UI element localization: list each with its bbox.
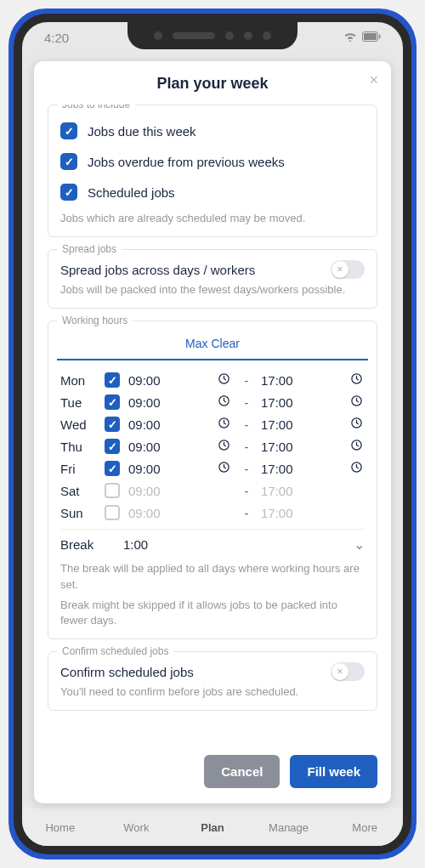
- day-checkbox[interactable]: [105, 417, 120, 432]
- nav-item-plan[interactable]: Plan: [174, 821, 251, 834]
- toggle-knob: ✕: [332, 663, 348, 680]
- clock-icon: [348, 417, 365, 432]
- jobs-section: Jobs to include Jobs due this weekJobs o…: [48, 105, 377, 237]
- end-time[interactable]: 17:00: [261, 417, 339, 432]
- spread-hint: Jobs will be packed into the fewest days…: [60, 279, 365, 299]
- day-row-wed: Wed09:00-17:00: [60, 413, 365, 435]
- section-legend: Jobs to include: [57, 105, 135, 111]
- jobs-hint: Jobs which are already scheduled may be …: [60, 207, 365, 228]
- end-time[interactable]: 17:00: [261, 440, 339, 454]
- phone-screen: 4:20 HomeWorkPlanManageMore Plan your we…: [14, 14, 411, 854]
- job-checkbox[interactable]: [60, 122, 77, 139]
- clock-icon: [215, 439, 232, 454]
- job-checkbox-label: Scheduled jobs: [88, 185, 175, 200]
- dash: -: [241, 506, 252, 520]
- start-time[interactable]: 09:00: [128, 440, 207, 454]
- clock-icon: [348, 394, 365, 410]
- nav-item-manage[interactable]: Manage: [251, 821, 327, 834]
- start-time[interactable]: 09:00: [128, 417, 207, 432]
- battery-icon: [362, 30, 381, 45]
- day-checkbox[interactable]: [105, 394, 120, 410]
- nav-item-work[interactable]: Work: [99, 821, 175, 834]
- job-checkbox-label: Jobs due this week: [88, 124, 196, 139]
- day-checkbox[interactable]: [105, 439, 120, 454]
- dash: -: [241, 417, 252, 432]
- dash: -: [241, 395, 252, 410]
- day-checkbox[interactable]: [105, 483, 120, 498]
- dash: -: [241, 373, 252, 388]
- day-name: Thu: [60, 440, 96, 454]
- modal-title: Plan your week: [34, 75, 391, 93]
- start-time[interactable]: 09:00: [128, 373, 207, 388]
- break-label: Break: [60, 537, 123, 552]
- job-checkbox[interactable]: [60, 184, 77, 201]
- start-time[interactable]: 09:00: [128, 462, 207, 476]
- confirm-label: Confirm scheduled jobs: [60, 665, 194, 679]
- day-name: Sun: [60, 506, 96, 520]
- dash: -: [241, 484, 252, 498]
- clock-icon: [348, 439, 365, 454]
- cancel-button[interactable]: Cancel: [204, 755, 280, 788]
- clock-icon: [348, 372, 365, 388]
- svg-rect-1: [364, 33, 377, 40]
- clock-icon: [215, 461, 232, 476]
- section-legend: Spread jobs: [57, 243, 122, 255]
- nav-item-more[interactable]: More: [326, 821, 403, 834]
- wifi-icon: [343, 30, 357, 45]
- worker-tab[interactable]: Max Clear: [57, 328, 368, 359]
- confirm-toggle[interactable]: ✕: [331, 662, 365, 681]
- day-row-fri: Fri09:00-17:00: [60, 457, 365, 479]
- status-time: 4:20: [44, 31, 69, 45]
- day-name: Fri: [60, 462, 96, 476]
- day-checkbox[interactable]: [105, 505, 120, 520]
- spread-section: Spread jobs Spread jobs across days / wo…: [48, 249, 377, 309]
- spread-label: Spread jobs across days / workers: [60, 263, 255, 277]
- spread-toggle[interactable]: ✕: [331, 260, 365, 279]
- end-time[interactable]: 17:00: [261, 373, 339, 388]
- job-option-row: Jobs due this week: [60, 116, 365, 146]
- phone-frame: 4:20 HomeWorkPlanManageMore Plan your we…: [8, 9, 416, 859]
- job-checkbox[interactable]: [60, 153, 77, 170]
- day-name: Tue: [60, 395, 96, 410]
- start-time[interactable]: 09:00: [128, 484, 207, 498]
- clock-icon: [215, 372, 232, 388]
- toggle-knob: ✕: [332, 261, 348, 278]
- bottom-nav: HomeWorkPlanManageMore: [22, 808, 403, 846]
- svg-rect-2: [379, 35, 381, 39]
- day-row-sun: Sun09:00-17:00: [60, 502, 365, 524]
- end-time[interactable]: 17:00: [261, 395, 339, 410]
- job-option-row: Scheduled jobs: [60, 177, 365, 207]
- start-time[interactable]: 09:00: [128, 506, 207, 520]
- break-hint-2: Break might be skipped if it allows jobs…: [60, 594, 365, 630]
- day-checkbox[interactable]: [105, 372, 120, 388]
- dash: -: [241, 462, 252, 476]
- day-row-mon: Mon09:00-17:00: [60, 369, 365, 391]
- chevron-down-icon[interactable]: ⌄: [354, 536, 365, 553]
- notch: [128, 22, 298, 49]
- section-legend: Confirm scheduled jobs: [57, 645, 173, 657]
- close-icon[interactable]: ✕: [369, 73, 379, 87]
- hours-section: Working hours Max Clear Mon09:00-17:00Tu…: [48, 321, 377, 639]
- confirm-section: Confirm scheduled jobs Confirm scheduled…: [48, 651, 377, 711]
- break-value[interactable]: 1:00: [123, 537, 354, 552]
- job-option-row: Jobs overdue from previous weeks: [60, 146, 365, 177]
- break-hint-1: The break will be applied to all days wh…: [60, 558, 365, 593]
- day-name: Sat: [60, 484, 96, 498]
- nav-item-home[interactable]: Home: [22, 821, 99, 834]
- day-name: Mon: [60, 373, 96, 388]
- confirm-hint: You'll need to confirm before jobs are s…: [60, 681, 365, 701]
- plan-week-modal: Plan your week ✕ Jobs to include Jobs du…: [34, 61, 391, 803]
- day-name: Wed: [60, 417, 96, 432]
- fill-week-button[interactable]: Fill week: [290, 755, 377, 788]
- day-row-thu: Thu09:00-17:00: [60, 435, 365, 457]
- end-time[interactable]: 17:00: [261, 462, 339, 476]
- day-row-tue: Tue09:00-17:00: [60, 391, 365, 413]
- day-checkbox[interactable]: [105, 461, 120, 476]
- clock-icon: [348, 461, 365, 476]
- end-time[interactable]: 17:00: [261, 506, 339, 520]
- clock-icon: [215, 394, 232, 410]
- job-checkbox-label: Jobs overdue from previous weeks: [88, 155, 285, 169]
- start-time[interactable]: 09:00: [128, 395, 207, 410]
- end-time[interactable]: 17:00: [261, 484, 339, 498]
- section-legend: Working hours: [57, 315, 133, 326]
